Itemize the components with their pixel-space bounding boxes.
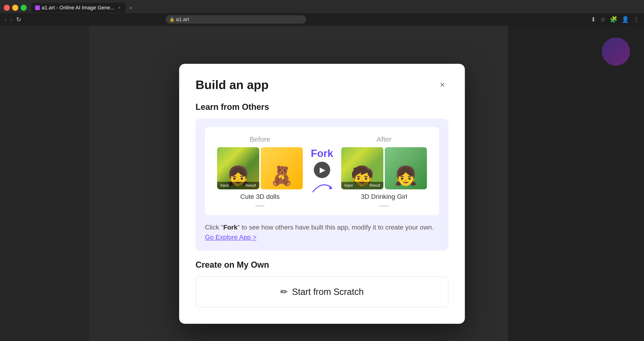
scratch-button-label: Start from Scratch [292, 287, 364, 297]
after-arrow-sep: → [359, 184, 363, 188]
modal-close-button[interactable]: × [436, 79, 448, 91]
description-prefix: Click " [205, 224, 223, 231]
before-column: Before Input → Result [217, 135, 303, 206]
tab-favicon [35, 6, 40, 10]
after-column: After Input → Result [341, 135, 427, 206]
before-images: Input → Result [217, 147, 303, 189]
after-image-2 [385, 147, 427, 189]
fork-area: Fork ▶ [310, 148, 334, 194]
learn-description: Click "Fork" to see how others have buil… [205, 222, 439, 242]
close-traffic-light[interactable] [4, 5, 10, 11]
play-icon: ▶ [320, 165, 326, 174]
after-result-label: Result [370, 184, 380, 188]
doll-image [261, 147, 303, 189]
after-label: After [376, 135, 391, 143]
download-icon[interactable]: ⬇ [591, 16, 596, 23]
fork-bold-label: Fork [223, 224, 238, 231]
refresh-button[interactable]: ↻ [16, 16, 21, 23]
new-tab-button[interactable]: + [127, 3, 134, 12]
before-image-2 [261, 147, 303, 189]
input-label: Input [220, 184, 229, 188]
learn-section-label: Learn from Others [196, 102, 448, 112]
modal-title: Build an app [196, 78, 268, 92]
description-suffix: " to see how others have built this app,… [238, 224, 434, 231]
arrow-sep: → [235, 184, 239, 188]
fork-play-button[interactable]: ▶ [314, 162, 330, 178]
result-label: Result [246, 184, 256, 188]
menu-icon[interactable]: ⋮ [633, 16, 639, 23]
tab-bar: a1.art - Online AI Image Gene... × + [0, 0, 644, 13]
fork-demo-card: Before Input → Result [205, 127, 439, 215]
fork-arrow-icon [310, 180, 334, 194]
address-bar: ‹ › ↻ 🔒 a1.art ⬇ ☆ 🧩 👤 ⋮ [0, 13, 644, 26]
card2-name: 3D Drinking Girl [361, 193, 407, 200]
after-images: Input → Result [341, 147, 427, 189]
forward-button[interactable]: › [10, 16, 13, 23]
active-tab[interactable]: a1.art - Online AI Image Gene... × [32, 3, 125, 13]
modal-header: Build an app × [196, 78, 448, 92]
url-bar[interactable]: 🔒 a1.art [166, 15, 306, 24]
tab-title: a1.art - Online AI Image Gene... [42, 5, 114, 11]
browser-chrome: a1.art - Online AI Image Gene... × + ‹ ›… [0, 0, 644, 26]
browser-toolbar-right: ⬇ ☆ 🧩 👤 ⋮ [591, 16, 639, 23]
3d-drink-image [385, 147, 427, 189]
before-image-1: Input → Result [217, 147, 259, 189]
url-text: a1.art [176, 16, 189, 22]
card1-name: Cute 3D dolls [240, 193, 280, 200]
lock-icon: 🔒 [169, 17, 174, 22]
pencil-icon: ✏ [280, 287, 288, 297]
create-on-my-own-section: Create on My Own ✏ Start from Scratch [196, 260, 448, 307]
fork-label: Fork [311, 148, 333, 159]
extensions-icon[interactable]: 🧩 [610, 16, 617, 23]
profile-icon[interactable]: 👤 [622, 16, 629, 23]
create-section-label: Create on My Own [196, 260, 448, 270]
build-app-modal: Build an app × Learn from Others Before … [179, 64, 465, 324]
after-input-label: Input [344, 184, 353, 188]
after-image-1: Input → Result [341, 147, 383, 189]
traffic-lights [4, 5, 27, 11]
bookmark-icon[interactable]: ☆ [600, 16, 606, 23]
tab-close-button[interactable]: × [117, 6, 122, 10]
after-image-1-label-bar: Input → Result [341, 182, 383, 189]
minimize-traffic-light[interactable] [12, 5, 18, 11]
page-background: Build an app × Learn from Others Before … [0, 26, 644, 341]
card2-indicator [379, 205, 389, 206]
learn-from-others-section: Before Input → Result [196, 118, 448, 250]
before-label: Before [250, 135, 270, 143]
fullscreen-traffic-light[interactable] [20, 5, 27, 11]
before-image-1-label-bar: Input → Result [217, 182, 259, 189]
card1-indicator [255, 205, 265, 206]
start-from-scratch-button[interactable]: ✏ Start from Scratch [196, 276, 448, 307]
back-button[interactable]: ‹ [5, 16, 7, 23]
explore-app-link[interactable]: Go Explore App > [205, 234, 256, 241]
